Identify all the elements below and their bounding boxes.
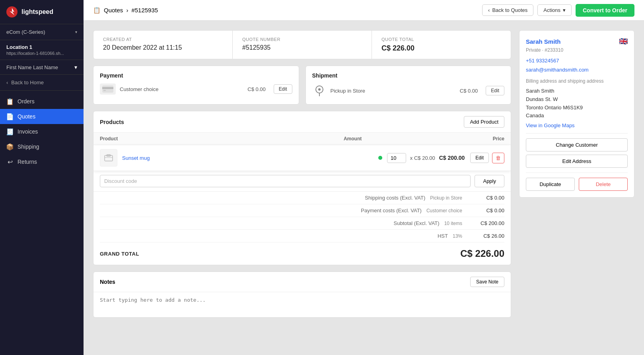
- subtotal-sub: 10 items: [444, 221, 462, 226]
- col-product-header: Product: [100, 136, 302, 142]
- payment-cost-value: C$ 0.00: [469, 208, 504, 213]
- customer-sidebar: Sarah Smith 🇬🇧 Private · #233310 +51 933…: [519, 30, 634, 345]
- products-header: Products Add Product: [93, 111, 511, 133]
- back-home-label: Back to Home: [11, 80, 44, 85]
- payment-shipment-row: Payment Customer choice C$ 0.00 Edit Shi…: [93, 66, 511, 105]
- back-to-quotes-button[interactable]: ‹ Back to Quotes: [482, 4, 533, 16]
- payment-card: Payment Customer choice C$ 0.00 Edit: [93, 66, 299, 105]
- quote-number-value: #5125935: [242, 44, 362, 51]
- content-main: CREATED AT 20 December 2022 at 11:15 QUO…: [93, 30, 511, 345]
- quote-number-label: QUOTE NUMBER: [242, 37, 362, 42]
- billing-address: Sarah Smith Dundas St. W Toronto Ontario…: [526, 87, 628, 120]
- sidebar-item-returns[interactable]: ↩ Returns: [0, 154, 84, 169]
- actions-button[interactable]: Actions ▾: [537, 4, 572, 16]
- sidebar-item-quotes-label: Quotes: [18, 113, 35, 120]
- tax-value: C$ 26.00: [469, 233, 504, 239]
- notes-textarea[interactable]: [93, 292, 511, 316]
- sidebar-user[interactable]: First Name Last Name ▾: [0, 60, 84, 75]
- save-note-button[interactable]: Save Note: [470, 277, 504, 287]
- product-delete-button[interactable]: 🗑: [492, 153, 504, 163]
- view-in-google-maps-link[interactable]: View in Google Maps: [526, 122, 628, 128]
- duplicate-button[interactable]: Duplicate: [526, 178, 575, 191]
- products-title: Products: [100, 119, 124, 125]
- tax-row: HST 13% C$ 26.00: [100, 230, 504, 242]
- topbar: 📋 Quotes › #5125935 ‹ Back to Quotes Act…: [84, 0, 644, 21]
- breadcrumb-quote-icon: 📋: [93, 7, 101, 14]
- divider-2: [526, 173, 628, 173]
- add-product-button[interactable]: Add Product: [464, 116, 504, 128]
- store-chevron-icon: ▾: [75, 30, 77, 34]
- payment-cost-row: Payment costs (Excl. VAT) Customer choic…: [100, 204, 504, 217]
- sidebar-item-shipping[interactable]: 📦 Shipping: [0, 139, 84, 154]
- sidebar-item-orders-label: Orders: [18, 98, 35, 105]
- customer-header: Sarah Smith 🇬🇧: [526, 37, 628, 46]
- subtotal-label: Subtotal (Excl. VAT): [394, 220, 440, 226]
- product-edit-button[interactable]: Edit: [470, 153, 489, 163]
- convert-label: Convert to Order: [583, 7, 627, 14]
- apply-discount-button[interactable]: Apply: [475, 175, 504, 187]
- col-price-header: Price: [403, 136, 504, 142]
- product-status-dot: [378, 156, 382, 160]
- customer-phone[interactable]: +51 93324567: [526, 58, 628, 64]
- created-at-value: 20 December 2022 at 11:15: [103, 44, 223, 51]
- product-line-total: C$ 200.00: [439, 155, 465, 161]
- customer-email[interactable]: sarah@smithandsmith.com: [526, 67, 628, 73]
- store-name: eCom (C-Series): [6, 29, 45, 35]
- sidebar-logo: lightspeed: [0, 0, 84, 24]
- quotes-icon: 📄: [6, 113, 14, 120]
- divider: [526, 133, 628, 134]
- notes-title: Notes: [100, 279, 115, 285]
- sidebar-item-invoices[interactable]: 🧾 Invoices: [0, 124, 84, 139]
- payment-title: Payment: [100, 72, 292, 79]
- subtotal-row: Subtotal (Excl. VAT) 10 items C$ 200.00: [100, 217, 504, 230]
- lightspeed-logo-icon: [6, 6, 18, 17]
- location-name: Location 1: [6, 44, 77, 50]
- payment-cost-sub: Customer choice: [426, 208, 462, 213]
- products-table-header: Product Amount Price: [93, 133, 511, 145]
- payment-edit-button[interactable]: Edit: [274, 84, 292, 94]
- payment-cost-label: Payment costs (Excl. VAT): [361, 208, 422, 213]
- product-qty-input[interactable]: [387, 153, 406, 163]
- payment-row: Customer choice C$ 0.00 Edit: [100, 83, 292, 95]
- product-unit-price: x C$ 20.00: [410, 155, 435, 161]
- created-at-label: CREATED AT: [103, 37, 223, 42]
- tax-label: HST: [438, 233, 448, 239]
- customer-private-id: Private · #233310: [526, 47, 628, 53]
- shipping-icon: 📦: [6, 143, 14, 150]
- shipment-edit-button[interactable]: Edit: [486, 86, 504, 95]
- customer-flag-icon: 🇬🇧: [619, 37, 628, 46]
- products-card: Products Add Product Product Amount Pric…: [93, 111, 511, 265]
- product-name[interactable]: Sunset mug: [122, 155, 378, 161]
- shipping-cost-sub: Pickup in Store: [430, 195, 462, 201]
- shipping-cost-value: C$ 0.00: [469, 195, 504, 201]
- breadcrumb-current: #5125935: [131, 7, 158, 14]
- logo-text: lightspeed: [21, 8, 53, 16]
- sidebar-item-orders[interactable]: 📋 Orders: [0, 94, 84, 109]
- shipment-title: Shipment: [312, 72, 505, 79]
- location-url: https://location-1-681066.sh...: [6, 51, 77, 56]
- delete-button[interactable]: Delete: [579, 178, 628, 191]
- sidebar-item-returns-label: Returns: [18, 159, 37, 165]
- store-selector[interactable]: eCom (C-Series) ▾: [0, 24, 84, 40]
- edit-address-button[interactable]: Edit Address: [526, 155, 628, 168]
- address-line1: Sarah Smith: [526, 87, 628, 95]
- returns-icon: ↩: [6, 158, 14, 165]
- back-quotes-icon: ‹: [488, 7, 490, 13]
- sidebar-item-quotes[interactable]: 📄 Quotes: [0, 109, 84, 124]
- delete-icon: 🗑: [496, 155, 501, 161]
- totals-section: Shipping costs (Excl. VAT) Pickup in Sto…: [93, 192, 511, 242]
- convert-to-order-button[interactable]: Convert to Order: [576, 4, 634, 17]
- shipment-location-icon: [312, 83, 327, 98]
- address-label: Billing address and shipping address: [526, 78, 628, 84]
- grand-total-value: C$ 226.00: [460, 248, 504, 259]
- shipment-label: Pickup in Store: [331, 88, 456, 94]
- quote-total-label: QUOTE TOTAL: [381, 37, 501, 42]
- shipment-card: Shipment Pickup in Store C$ 0.00 Edit: [305, 66, 512, 105]
- sidebar-nav: 📋 Orders 📄 Quotes 🧾 Invoices 📦 Shipping …: [0, 91, 84, 355]
- discount-code-select[interactable]: Discount code: [100, 175, 471, 187]
- back-home-button[interactable]: ‹ Back to Home: [0, 75, 84, 91]
- payment-icon: [100, 83, 116, 95]
- payment-label: Customer choice: [120, 86, 243, 92]
- product-thumbnail: [100, 149, 117, 167]
- change-customer-button[interactable]: Change Customer: [526, 138, 628, 151]
